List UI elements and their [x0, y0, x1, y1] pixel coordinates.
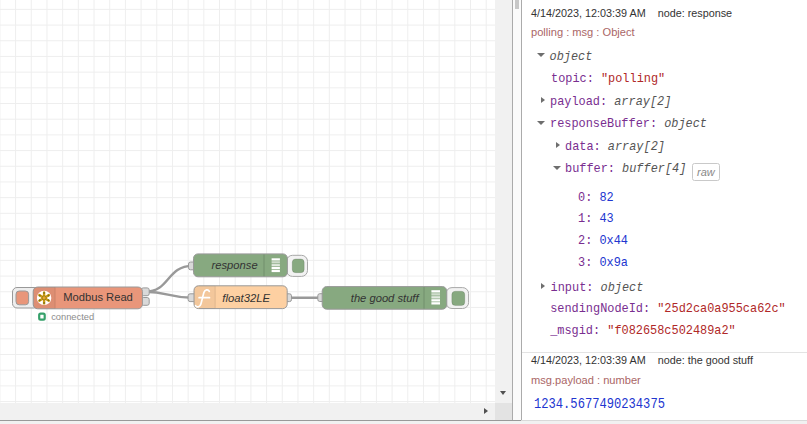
- svg-text:response: response: [212, 259, 258, 271]
- svg-text:Modbus Read: Modbus Read: [63, 291, 133, 303]
- svg-text:float32LE: float32LE: [222, 292, 270, 304]
- svg-text:connected: connected: [51, 312, 94, 322]
- svg-text:the good stuff: the good stuff: [351, 292, 421, 304]
